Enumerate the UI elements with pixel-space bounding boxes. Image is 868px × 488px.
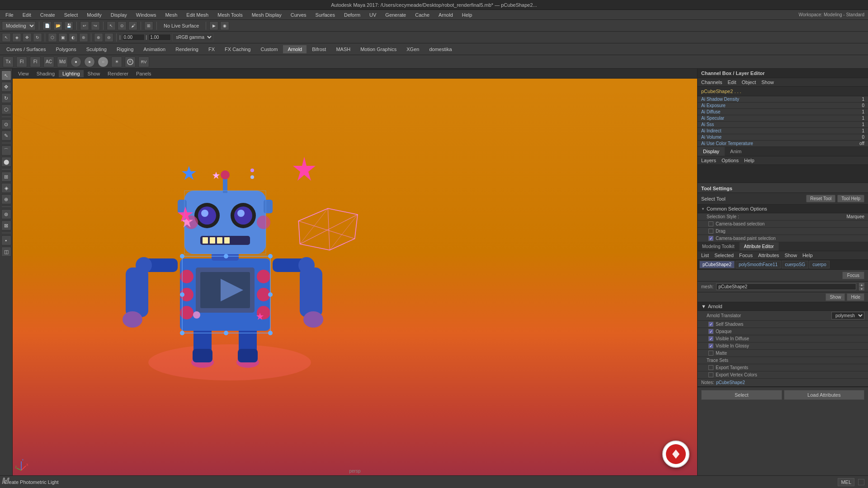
mesh-input[interactable] <box>716 283 856 290</box>
menu-cache[interactable]: Cache <box>413 11 431 19</box>
opaque-checkbox[interactable]: ✓ <box>708 329 713 334</box>
menu-create[interactable]: Create <box>38 11 57 19</box>
nav-custom[interactable]: Custom <box>256 45 283 53</box>
nav-fxcaching[interactable]: FX Caching <box>220 45 255 53</box>
move-tool-btn[interactable]: ✥ <box>1 82 11 92</box>
camera-input1[interactable] <box>122 34 145 41</box>
viewport[interactable]: View Shading Lighting Show Renderer Pane… <box>13 69 697 475</box>
shelf-icon-3[interactable]: Fl <box>30 56 41 67</box>
tb2-6[interactable]: ▣ <box>58 33 67 42</box>
menu-display[interactable]: Display <box>109 11 129 19</box>
workspace-dropdown[interactable]: Modeling <box>2 21 36 30</box>
tb2-4[interactable]: ↻ <box>33 33 42 42</box>
camera-input2[interactable] <box>148 34 171 41</box>
disp-tab-anim[interactable]: Anim <box>725 147 747 156</box>
tb2-8[interactable]: ⊛ <box>79 33 88 42</box>
menu-meshdisplay[interactable]: Mesh Display <box>250 11 283 19</box>
open-btn[interactable]: 📂 <box>53 21 62 30</box>
disp-layers[interactable]: Layers <box>701 158 716 163</box>
show-btn[interactable]: Show <box>826 293 845 301</box>
attr-list[interactable]: List <box>701 253 709 258</box>
shelf-icon-1[interactable]: Tx <box>3 56 14 67</box>
refresh-btn[interactable]: ⊠ <box>1 221 11 230</box>
menu-file[interactable]: File <box>4 11 15 19</box>
tb2-5[interactable]: ⬡ <box>48 33 57 42</box>
nav-mash[interactable]: MASH <box>331 45 355 53</box>
component-btn2[interactable]: ◫ <box>1 247 11 257</box>
nav-xgen[interactable]: XGen <box>402 45 424 53</box>
vp-tab-shading[interactable]: Shading <box>33 70 58 77</box>
tb2-2[interactable]: ◈ <box>12 33 21 42</box>
menu-windows[interactable]: Windows <box>134 11 158 19</box>
nav-curves-surfaces[interactable]: Curves / Surfaces <box>2 45 50 53</box>
vp-tab-show[interactable]: Show <box>84 70 104 77</box>
cb-edit[interactable]: Edit <box>727 80 736 85</box>
shelf-icon-7[interactable]: ● <box>84 56 95 67</box>
select-bottom-btn[interactable]: Select <box>701 390 782 400</box>
menu-edit[interactable]: Edit <box>21 11 33 19</box>
shelf-icon-8[interactable]: ○ <box>98 56 108 67</box>
arnold-translator-dropdown[interactable]: polymesh <box>831 312 864 319</box>
hide-btn[interactable]: Hide <box>847 293 864 301</box>
cb-object[interactable]: Object <box>741 80 756 85</box>
paint-tool-btn[interactable]: ✎ <box>1 131 11 141</box>
red-circle-btn[interactable] <box>662 441 689 468</box>
expand-btn[interactable] <box>858 479 864 485</box>
rotate-tool-btn[interactable]: ↻ <box>1 93 11 103</box>
menu-surfaces[interactable]: Surfaces <box>314 11 337 19</box>
common-selection-header[interactable]: ▼ Common Selection Options <box>698 205 868 213</box>
render-btn[interactable]: ▶ <box>209 21 218 30</box>
arnold-section-header[interactable]: ▼ Arnold <box>698 302 868 311</box>
scale-tool-btn[interactable]: ⬡ <box>1 104 11 114</box>
menu-generate[interactable]: Generate <box>383 11 408 19</box>
shelf-icon-5[interactable]: Md <box>57 56 68 67</box>
shelf-icon-6[interactable]: ● <box>71 56 81 67</box>
menu-arnold[interactable]: Arnold <box>437 11 455 19</box>
vp-tab-view[interactable]: View <box>14 70 33 77</box>
nav-rendering[interactable]: Rendering <box>171 45 203 53</box>
shelf-icon-10[interactable]: R <box>125 56 136 67</box>
snap-grid-btn[interactable]: ⊞ <box>1 172 11 182</box>
mesh-down-arrow[interactable]: ▼ <box>859 287 864 291</box>
node-tab-cuerposg[interactable]: cuerpoSG <box>782 261 808 268</box>
node-tab-cuerpo[interactable]: cuerpo <box>809 261 830 268</box>
tb2-9[interactable]: ⊕ <box>94 33 103 42</box>
tb2-7[interactable]: ◐ <box>69 33 78 42</box>
attr-show[interactable]: Show <box>784 253 797 258</box>
visible-diffuse-checkbox[interactable]: ✓ <box>708 336 713 341</box>
tb2-3[interactable]: ✥ <box>23 33 32 42</box>
snap-point-btn[interactable]: ⊕ <box>1 194 11 204</box>
component-btn1[interactable]: ▪ <box>1 235 11 245</box>
nav-arnold[interactable]: Arnold <box>283 45 307 53</box>
cb-channels[interactable]: Channels <box>701 80 722 85</box>
undo-btn[interactable]: ↩ <box>80 21 89 30</box>
vp-tab-panels[interactable]: Panels <box>132 70 155 77</box>
shelf-icon-render-view[interactable]: RV <box>138 56 149 67</box>
nav-animation[interactable]: Animation <box>139 45 170 53</box>
attr-tab-attribute[interactable]: Attribute Editor <box>740 242 779 251</box>
attr-tab-modeling[interactable]: Modeling Toolkit <box>698 242 740 251</box>
nav-domestika[interactable]: domestika <box>425 45 456 53</box>
sculpt-tool-btn[interactable]: ⬤ <box>1 157 11 167</box>
menu-deform[interactable]: Deform <box>342 11 362 19</box>
disp-tab-display[interactable]: Display <box>698 147 725 156</box>
save-btn[interactable]: 💾 <box>64 21 73 30</box>
select-btn[interactable]: ↖ <box>107 21 116 30</box>
nav-bifrost[interactable]: Bifrost <box>307 45 330 53</box>
visible-glossy-checkbox[interactable]: ✓ <box>708 343 713 348</box>
matte-checkbox[interactable] <box>708 351 713 356</box>
menu-uv[interactable]: UV <box>368 11 378 19</box>
paint-btn[interactable]: 🖌 <box>128 21 137 30</box>
nav-sculpting[interactable]: Sculpting <box>82 45 111 53</box>
snap-btn[interactable]: ⊞ <box>144 21 153 30</box>
menu-curves[interactable]: Curves <box>289 11 308 19</box>
attr-selected[interactable]: Selected <box>714 253 734 258</box>
menu-select[interactable]: Select <box>62 11 80 19</box>
tb2-10[interactable]: ⊖ <box>104 33 113 42</box>
nav-polygons[interactable]: Polygons <box>51 45 80 53</box>
node-tab-pcubeshape2[interactable]: pCubeShape2 <box>699 261 735 268</box>
gamma-select[interactable]: sRGB gamma <box>172 33 213 41</box>
disp-help[interactable]: Help <box>744 158 755 163</box>
load-attributes-btn[interactable]: Load Attributes <box>784 390 865 400</box>
ipr-btn[interactable]: ◉ <box>220 21 229 30</box>
